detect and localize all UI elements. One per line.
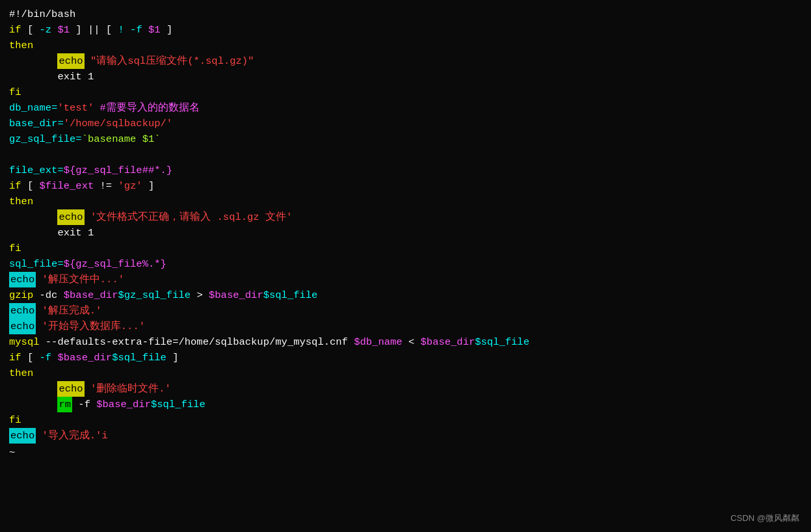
code-line-13: then <box>9 194 802 209</box>
code-line-20: echo '解压完成.' <box>9 303 802 319</box>
code-line-12: if [ $file_ext != 'gz' ] <box>9 178 802 194</box>
code-line-17: sql_file= ${gz_sql_file%.*} <box>9 256 802 272</box>
code-line-27: fi <box>9 412 802 428</box>
keyword-echo-6: echo <box>57 381 84 397</box>
code-line-14: echo '文件格式不正确，请输入 .sql.gz 文件' <box>9 209 802 225</box>
code-line-22: mysql --defaults-extra-file=/home/sqlbac… <box>9 334 802 350</box>
code-line-26: rm -f $base_dir $sql_file <box>9 397 802 412</box>
code-line-5: exit 1 <box>9 69 802 85</box>
keyword-rm: rm <box>57 397 72 412</box>
keyword-echo-3: echo <box>9 272 36 287</box>
code-line-2: if [ -z $1 ] || [ ! -f $1 ] <box>9 22 802 38</box>
code-line-19: gzip -dc $base_dir $gz_sql_file > $base_… <box>9 287 802 303</box>
code-line-15: exit 1 <box>9 225 802 241</box>
code-line-23: if [ -f $base_dir $sql_file ] <box>9 350 802 366</box>
keyword-echo-5: echo <box>9 319 36 334</box>
code-line-16: fi <box>9 241 802 256</box>
watermark: CSDN @微风粼粼 <box>730 512 799 524</box>
code-line-11: file_ext= ${gz_sql_file##*.} <box>9 163 802 178</box>
keyword-echo-7: echo <box>9 428 36 444</box>
code-line-28: echo '导入完成.'i <box>9 428 802 444</box>
code-line-1: #!/bin/bash <box>9 7 802 22</box>
code-line-21: echo '开始导入数据库...' <box>9 319 802 334</box>
code-line-18: echo '解压文件中...' <box>9 272 802 287</box>
keyword-echo-4: echo <box>9 303 36 319</box>
code-line-10 <box>9 147 802 163</box>
keyword-echo: echo <box>57 53 84 69</box>
code-line-8: base_dir= '/home/sqlbackup/' <box>9 116 802 131</box>
code-line-7: db_name= 'test' #需要导入的的数据名 <box>9 100 802 116</box>
code-line-25: echo '删除临时文件.' <box>9 381 802 397</box>
code-editor: #!/bin/bash if [ -z $1 ] || [ ! -f $1 ] … <box>0 0 811 532</box>
code-line-9: gz_sql_file= `basename $1` <box>9 131 802 147</box>
code-line-24: then <box>9 366 802 381</box>
code-line-6: fi <box>9 85 802 100</box>
code-line-3: then <box>9 38 802 53</box>
keyword-echo-2: echo <box>57 209 84 225</box>
code-line-4: echo "请输入sql压缩文件(*.sql.gz)" <box>9 53 802 69</box>
code-line-29: ~ <box>9 445 802 460</box>
